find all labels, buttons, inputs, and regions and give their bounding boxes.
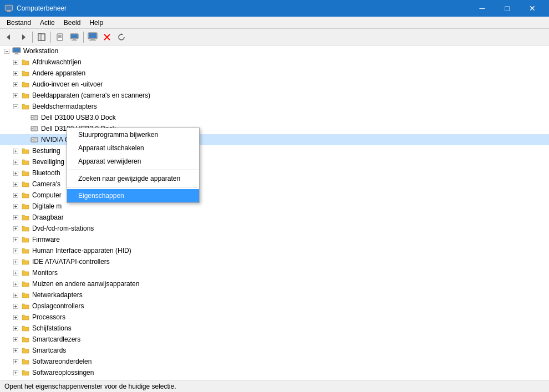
minimize-button[interactable]: ─ [470,0,495,17]
expander-beveiliging[interactable] [11,157,20,166]
maximize-button[interactable]: □ [495,0,520,17]
expander-audio[interactable] [11,80,20,89]
expander-draagbare[interactable] [11,213,20,222]
context-menu-item-zoeken-naar-gewijzigde-apparaten[interactable]: Zoeken naar gewijzigde apparaten [67,172,199,185]
expander-nvidia-rtx[interactable] [20,135,29,144]
expander-software-solutions[interactable] [11,368,20,377]
expander-system-devices[interactable] [11,379,20,380]
tree-item-software-components[interactable]: Softwareonderdelen [0,356,549,367]
refresh-button[interactable] [115,30,128,44]
context-menu-item-eigenschappen[interactable]: Eigenschappen [67,189,199,202]
tree-item-imaging[interactable]: Beeldapparaten (camera's en scanners) [0,90,549,101]
menu-bar: BestandActieBeeldHelp [0,17,549,29]
expander-mice[interactable] [11,279,20,288]
show-hide-button[interactable] [35,30,48,44]
tree-item-display-adapters[interactable]: Beeldschermadapters [0,101,549,112]
tree-item-other-devices[interactable]: Andere apparaten [0,68,549,79]
icon-digitale [21,202,30,211]
delete-button[interactable] [100,30,114,44]
menu-item-beeld[interactable]: Beeld [59,18,85,28]
expander-smartcards[interactable] [11,346,20,355]
tree-item-dell-d3100-1[interactable]: Dell D3100 USB3.0 Dock [0,112,549,123]
menu-item-help[interactable]: Help [85,18,108,28]
label-network: Netwerkadapters [32,291,83,299]
label-firmware: Firmware [32,236,60,243]
expander-workstation[interactable] [2,47,11,55]
expander-digitale[interactable] [11,202,20,211]
expander-monitors[interactable] [11,268,20,277]
expander-ide[interactable] [11,257,20,266]
expander-print-queue[interactable] [11,58,20,67]
tree-item-processors[interactable]: Processors [0,312,549,323]
expander-dell-d3100-1[interactable] [20,113,29,122]
expander-bluetooth[interactable] [11,169,20,177]
expander-network[interactable] [11,291,20,299]
properties-button[interactable] [53,30,67,44]
menu-item-bestand[interactable]: Bestand [2,18,35,28]
tree-item-disk[interactable]: Schijfstations [0,323,549,334]
title-controls: ─ □ ✕ [470,0,545,17]
tree-item-network[interactable]: Netwerkadapters [0,289,549,301]
forward-button[interactable] [17,30,30,44]
expander-cameras[interactable] [11,180,20,189]
icon-software-solutions [21,368,30,377]
tree-item-mice[interactable]: Muizen en andere aanwijsapparaten [0,278,549,289]
expander-hid[interactable] [11,246,20,255]
icon-system-devices [21,379,30,380]
expander-imaging[interactable] [11,91,20,100]
tree-item-dvd[interactable]: Dvd-/cd-rom-stations [0,223,549,234]
expander-display-adapters[interactable] [11,102,20,111]
icon-print-queue [21,58,30,67]
label-beveiliging: Beveiliging [32,158,64,166]
label-smartcards: Smartcards [32,347,66,354]
tree-item-smartcard-readers[interactable]: Smartcardlezers [0,334,549,345]
computer-button[interactable] [68,30,81,44]
icon-draagbare [21,213,30,222]
context-menu-item-apparaat-verwijderen[interactable]: Apparaat verwijderen [67,155,199,168]
expander-firmware[interactable] [11,235,20,244]
svg-point-54 [32,139,33,140]
context-menu-item-stuurprogramma-bijwerken[interactable]: Stuurprogramma bijwerken [67,128,199,141]
expander-besturing[interactable] [11,146,20,155]
expander-storage[interactable] [11,302,20,310]
svg-rect-7 [38,34,41,40]
expander-dell-d3100-2[interactable] [20,124,29,133]
expander-computer[interactable] [11,191,20,200]
icon-disk [21,324,30,333]
tree-item-workstation[interactable]: Workstation [0,45,549,57]
tree-panel[interactable]: Workstation Afdrukwachtrijen Andere appa… [0,45,549,380]
svg-rect-14 [73,39,76,40]
tree-item-firmware[interactable]: Firmware [0,234,549,245]
tree-item-ide[interactable]: IDE ATA/ATAPI-controllers [0,256,549,267]
tree-item-software-solutions[interactable]: Softwareoplossingen [0,367,549,378]
toolbar-separator-1 [32,32,33,43]
status-bar: Opent het eigenschappenvenster voor de h… [0,380,549,392]
expander-processors[interactable] [11,313,20,322]
tree-item-smartcards[interactable]: Smartcards [0,345,549,356]
expander-smartcard-readers[interactable] [11,335,20,344]
svg-rect-26 [13,48,20,52]
label-bluetooth: Bluetooth [32,169,60,177]
tree-item-audio[interactable]: Audio-invoer en -uitvoer [0,79,549,90]
menu-item-actie[interactable]: Actie [35,18,59,28]
label-mice: Muizen en andere aanwijsapparaten [32,280,139,288]
tree-item-monitors[interactable]: Monitors [0,267,549,278]
connect-button[interactable] [86,30,99,44]
label-imaging: Beeldapparaten (camera's en scanners) [32,91,150,99]
label-computer: Computer [32,191,62,199]
tree-item-draagbare[interactable]: Draagbaar [0,212,549,223]
tree-item-print-queue[interactable]: Afdrukwachtrijen [0,57,549,68]
tree-item-hid[interactable]: Human Interface-apparaten (HID) [0,245,549,256]
expander-other-devices[interactable] [11,69,20,78]
expander-disk[interactable] [11,324,20,333]
close-button[interactable]: ✕ [520,0,545,17]
context-menu-item-apparaat-uitschakelen[interactable]: Apparaat uitschakelen [67,141,199,155]
icon-imaging [21,91,30,100]
back-button[interactable] [2,30,16,44]
icon-hid [21,246,30,255]
expander-software-components[interactable] [11,357,20,366]
expander-dvd[interactable] [11,224,20,233]
tree-item-system-devices[interactable]: Systeemapparaten [0,378,549,380]
tree-item-storage[interactable]: Opslagcontrollers [0,301,549,312]
icon-software-components [21,357,30,366]
